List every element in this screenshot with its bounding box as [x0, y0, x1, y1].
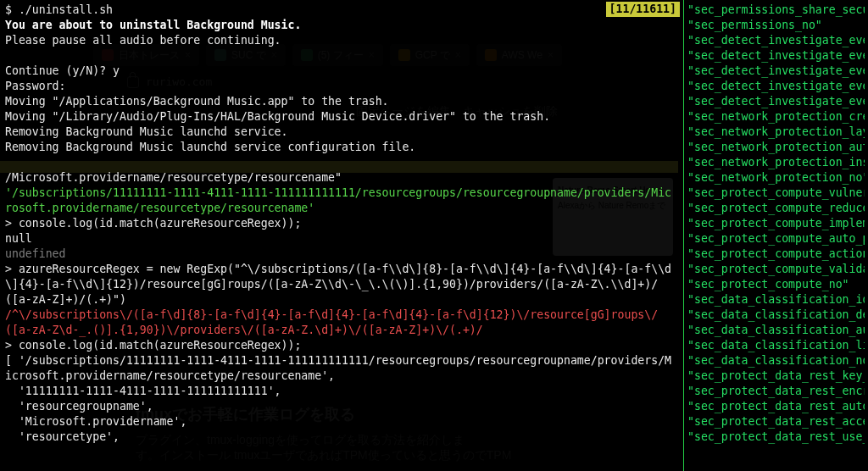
terminal-line: Please pause all audio before continuing… [5, 33, 673, 48]
terminal-line: 'resourcetype', [5, 429, 673, 445]
list-item[interactable]: "sec_network_protection_laye [687, 125, 865, 140]
terminal-line: undefined [5, 247, 673, 262]
list-item[interactable]: "sec_protect_data_rest_use_p [687, 429, 865, 445]
list-item[interactable]: "sec_data_classification_lif [687, 338, 865, 353]
list-item[interactable]: "sec_detect_investigate_even [687, 48, 865, 64]
list-item[interactable]: "sec_protect_compute_auto_pr [687, 231, 865, 247]
terminal-line [5, 48, 673, 64]
terminal-line: '/subscriptions/11111111-1111-4111-1111-… [5, 186, 673, 216]
terminal-line: Continue (y/N)? y [5, 64, 673, 79]
list-item[interactable]: "sec_data_classification_def [687, 308, 865, 323]
list-item[interactable]: "sec_protect_compute_reduce_ [687, 201, 865, 216]
terminal-line: > azureResourceRegex = new RegExp("^\/su… [5, 262, 673, 308]
terminal-line: Moving "/Applications/Background Music.a… [5, 94, 673, 109]
list-item[interactable]: "sec_permissions_no" [687, 18, 865, 33]
list-item[interactable]: "sec_protect_data_rest_key_m [687, 368, 865, 384]
list-item[interactable]: "sec_network_protection_crea [687, 109, 865, 125]
terminal-line: '11111111-1111-4111-1111-111111111111', [5, 384, 673, 399]
list-item[interactable]: "sec_detect_investigate_even [687, 64, 865, 79]
list-item[interactable]: "sec_detect_investigate_even [687, 33, 865, 48]
list-item[interactable]: "sec_network_protection_no" [687, 170, 865, 186]
terminal-line: Password: [5, 79, 673, 94]
list-item[interactable]: "sec_network_protection_auto [687, 140, 865, 155]
terminal-line: null [5, 231, 673, 247]
terminal-line: /Microsoft.providername/resourcetype/res… [5, 170, 673, 186]
list-item[interactable]: "sec_detect_investigate_even [687, 79, 865, 94]
terminal-line: Moving "/Library/Audio/Plug-Ins/HAL/Back… [5, 109, 673, 125]
list-item[interactable]: "sec_protect_data_rest_autom [687, 399, 865, 414]
list-item[interactable]: "sec_protect_data_rest_acces [687, 414, 865, 429]
list-item[interactable]: "sec_protect_compute_vulnera [687, 186, 865, 201]
terminal-line: > console.log(id.match(azureResourceRege… [5, 338, 673, 353]
right-pane-list[interactable]: "sec_permissions_share_secur"sec_permiss… [683, 0, 868, 471]
terminal-pane[interactable]: $ ./uninstall.shYou are about to uninsta… [0, 0, 678, 471]
list-item[interactable]: "sec_protect_compute_impleme [687, 216, 865, 231]
terminal-line [5, 155, 673, 170]
terminal-line: /^\/subscriptions\/([a-f\d]{8}-[a-f\d]{4… [5, 308, 673, 338]
terminal-line: Removing Background Music launchd servic… [5, 140, 673, 155]
list-item[interactable]: "sec_data_classification_ide [687, 292, 865, 308]
terminal-line: [ '/subscriptions/11111111-1111-4111-111… [5, 353, 673, 384]
list-item[interactable]: "sec_permissions_share_secur [687, 3, 865, 18]
search-counter: [11/11611] [606, 2, 680, 17]
list-item[interactable]: "sec_data_classification_no" [687, 353, 865, 368]
terminal-line: 'Microsoft.providername', [5, 414, 673, 429]
list-item[interactable]: "sec_protect_compute_validat [687, 262, 865, 277]
list-item[interactable]: "sec_network_protection_insp [687, 155, 865, 170]
list-item[interactable]: "sec_detect_investigate_even [687, 94, 865, 109]
list-item[interactable]: "sec_protect_compute_actions [687, 247, 865, 262]
terminal-line: 'resourcegroupname', [5, 399, 673, 414]
list-item[interactable]: "sec_protect_data_rest_encry [687, 384, 865, 399]
terminal-line: $ ./uninstall.sh [5, 3, 673, 18]
list-item[interactable]: "sec_protect_compute_no" [687, 277, 865, 292]
terminal-line: > console.log(id.match(azureResourceRege… [5, 216, 673, 231]
terminal-line: You are about to uninstall Background Mu… [5, 18, 673, 33]
terminal-line: Removing Background Music launchd servic… [5, 125, 673, 140]
list-item[interactable]: "sec_data_classification_aut [687, 323, 865, 338]
